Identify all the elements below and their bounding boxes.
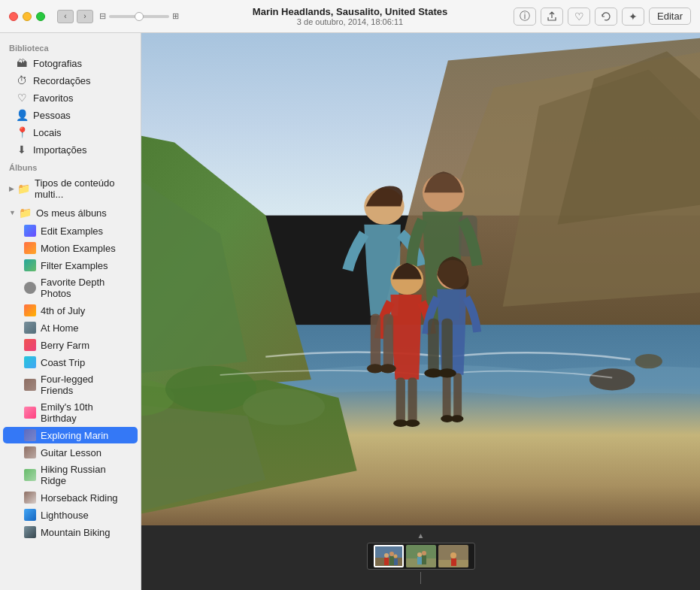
- svg-point-52: [450, 552, 456, 558]
- sidebar-item-edit-examples[interactable]: Edit Examples: [3, 222, 138, 239]
- svg-rect-21: [383, 314, 393, 369]
- minimize-button[interactable]: [23, 12, 32, 21]
- close-button[interactable]: [9, 12, 18, 21]
- album-label-coast: Coast Trip: [41, 357, 85, 368]
- sidebar-item-at-home[interactable]: At Home: [3, 319, 138, 336]
- sidebar-item-guitar-lesson[interactable]: Guitar Lesson: [3, 444, 138, 461]
- svg-point-40: [389, 552, 394, 556]
- album-label-depth: Favorite Depth Photos: [41, 277, 129, 299]
- sidebar-item-coast-trip[interactable]: Coast Trip: [3, 354, 138, 371]
- album-icon-edit: [24, 225, 36, 237]
- thumbnail-1[interactable]: [374, 545, 404, 567]
- sidebar-item-berry-farm[interactable]: Berry Farm: [3, 337, 138, 353]
- photo-area: ▲: [141, 33, 700, 590]
- album-label-berry: Berry Farm: [41, 340, 89, 351]
- edit-button[interactable]: Editar: [649, 8, 691, 25]
- svg-rect-39: [384, 558, 389, 565]
- memories-icon: ⏱: [15, 74, 29, 86]
- svg-point-48: [422, 551, 426, 555]
- svg-point-35: [451, 415, 464, 422]
- info-button[interactable]: ⓘ: [514, 8, 536, 26]
- svg-point-14: [635, 354, 662, 368]
- svg-rect-41: [389, 556, 394, 565]
- chevron-down-icon: ▼: [9, 209, 16, 216]
- svg-point-42: [393, 555, 397, 558]
- album-icon-home: [24, 322, 36, 334]
- traffic-lights: [9, 12, 45, 21]
- sidebar-item-hiking[interactable]: Hiking Russian Ridge: [3, 461, 138, 489]
- maximize-button[interactable]: [36, 12, 45, 21]
- album-label-guitar: Guitar Lesson: [41, 447, 102, 458]
- album-icon-july: [24, 304, 36, 316]
- svg-point-46: [417, 552, 422, 557]
- main-photo[interactable]: [141, 33, 700, 525]
- album-label-filter: Filter Examples: [41, 260, 108, 271]
- album-label-emily: Emily's 10th Birthday: [41, 401, 129, 424]
- sidebar-item-imports[interactable]: ⬇ Importações: [3, 141, 138, 158]
- svg-rect-20: [371, 314, 380, 369]
- toolbar: ⓘ ♡ ✦ Editar: [514, 8, 691, 26]
- album-icon-berry: [24, 339, 36, 351]
- sidebar-item-lighthouse[interactable]: Lighthouse: [3, 507, 138, 523]
- album-icon-depth: [24, 282, 36, 294]
- sidebar-item-places[interactable]: 📍 Locais: [3, 124, 138, 141]
- share-button[interactable]: [541, 8, 563, 26]
- album-icon-hiking: [24, 469, 36, 481]
- zoom-in-icon: ⊞: [172, 11, 179, 21]
- sidebar-item-filter-examples[interactable]: Filter Examples: [3, 257, 138, 274]
- sidebar-item-4th-july[interactable]: 4th of July: [3, 302, 138, 319]
- forward-button[interactable]: ›: [77, 10, 93, 23]
- sidebar-item-my-albums[interactable]: ▼ 📁 Os meus álbuns: [3, 204, 138, 222]
- sidebar-item-four-legged[interactable]: Four-legged Friends: [3, 371, 138, 398]
- rotate-button[interactable]: [595, 8, 617, 26]
- strip-line: [420, 572, 421, 584]
- svg-rect-22: [428, 319, 439, 374]
- album-label-mountain: Mountain Biking: [41, 527, 111, 538]
- sidebar-item-favorite-depth[interactable]: Favorite Depth Photos: [3, 274, 138, 301]
- sidebar-item-favorites[interactable]: ♡ Favoritos: [3, 89, 138, 106]
- albums-section-label: Álbuns: [0, 159, 141, 174]
- main-content: Biblioteca 🏔 Fotografias ⏱ Recordações ♡…: [0, 33, 700, 590]
- titlebar-left: ‹ › ⊟ ⊞: [9, 10, 179, 23]
- slider-track[interactable]: [109, 15, 169, 18]
- svg-point-33: [405, 419, 420, 427]
- sidebar-item-imports-label: Importações: [33, 144, 87, 156]
- album-icon-mountain: [24, 526, 36, 538]
- svg-rect-49: [422, 555, 426, 564]
- options-button[interactable]: ✦: [622, 8, 644, 26]
- titlebar-center: Marin Headlands, Sausalito, United State…: [253, 6, 447, 26]
- sidebar-item-photos-label: Fotografias: [33, 58, 82, 69]
- photo-svg: [141, 33, 700, 525]
- sidebar-item-mountain-biking[interactable]: Mountain Biking: [3, 524, 138, 540]
- slider-thumb[interactable]: [135, 12, 144, 21]
- sidebar-item-memories[interactable]: ⏱ Recordações: [3, 72, 138, 89]
- sidebar-item-memories-label: Recordações: [33, 75, 91, 86]
- favorite-button[interactable]: ♡: [568, 8, 590, 26]
- svg-rect-24: [396, 378, 405, 424]
- sidebar-item-places-label: Locais: [33, 127, 62, 138]
- sidebar-item-horseback[interactable]: Horseback Riding: [3, 489, 138, 506]
- sidebar-item-people-label: Pessoas: [33, 110, 71, 121]
- sidebar-item-motion-examples[interactable]: Motion Examples: [3, 240, 138, 256]
- sidebar-item-photos[interactable]: 🏔 Fotografias: [3, 55, 138, 71]
- favorites-icon: ♡: [15, 92, 29, 104]
- thumbnail-3[interactable]: [438, 545, 468, 567]
- photos-icon: 🏔: [15, 57, 29, 69]
- my-albums-folder-icon: 📁: [19, 207, 32, 219]
- sidebar-item-exploring-marin[interactable]: Exploring Marin: [3, 427, 138, 443]
- svg-rect-23: [441, 319, 453, 374]
- folder-icon: 📁: [17, 183, 30, 195]
- album-label-edit: Edit Examples: [41, 225, 103, 237]
- svg-rect-47: [417, 557, 422, 564]
- svg-rect-43: [394, 558, 398, 565]
- back-button[interactable]: ‹: [57, 10, 74, 23]
- sidebar-item-media-types[interactable]: ▶ 📁 Tipos de conteúdo multi...: [3, 174, 138, 203]
- sidebar-item-emilys-birthday[interactable]: Emily's 10th Birthday: [3, 399, 138, 426]
- zoom-out-icon: ⊟: [99, 11, 106, 21]
- album-label-home: At Home: [41, 322, 79, 334]
- sidebar-item-people[interactable]: 👤 Pessoas: [3, 107, 138, 123]
- zoom-slider[interactable]: ⊟ ⊞: [99, 11, 179, 21]
- thumbnail-2[interactable]: [406, 545, 436, 567]
- album-label-motion: Motion Examples: [41, 243, 116, 254]
- svg-point-12: [243, 389, 325, 425]
